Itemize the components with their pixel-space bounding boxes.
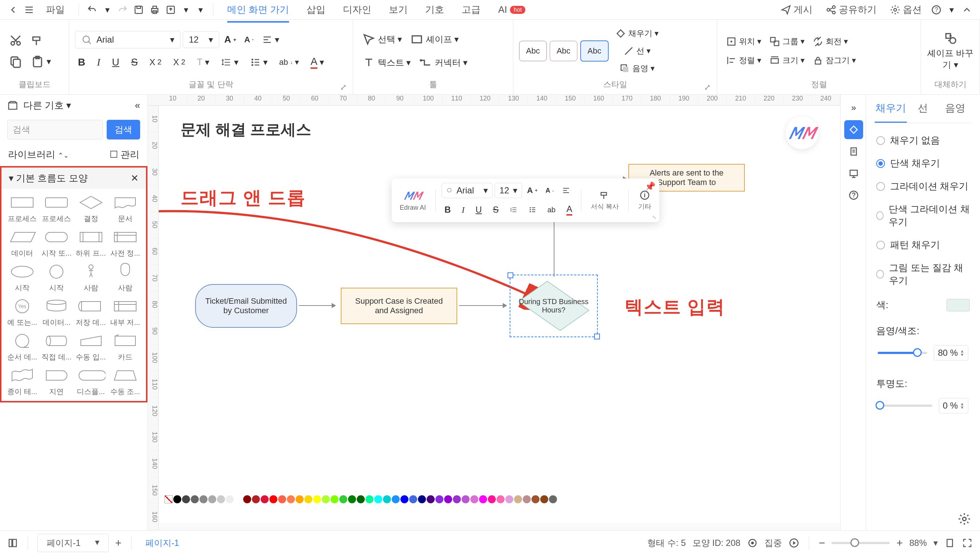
undo-button[interactable] — [86, 4, 98, 16]
palette-swatch[interactable] — [261, 495, 269, 503]
search-button[interactable]: 검색 — [107, 120, 140, 140]
float-increase-font[interactable]: A+ — [524, 184, 541, 197]
fill-option-radio[interactable]: 채우기 없음 — [875, 129, 971, 152]
font-family-select[interactable]: Arial▾ — [75, 31, 181, 48]
settings-icon[interactable] — [958, 512, 971, 526]
shape-item[interactable]: 내부 저... — [110, 297, 140, 327]
focus-label[interactable]: 집중 — [764, 537, 782, 549]
shape-category-header[interactable]: ▾ 기본 흐름도 모양 ✕ — [0, 166, 147, 189]
position-button[interactable]: 위치▾ — [723, 34, 764, 49]
fullscreen-icon[interactable] — [962, 537, 973, 549]
style-swatch-2[interactable]: Abc — [550, 41, 577, 61]
share-button[interactable]: 공유하기 — [821, 1, 881, 18]
right-tab-line[interactable]: 선 — [907, 95, 939, 123]
cut-button[interactable] — [6, 31, 26, 50]
italic-button[interactable]: I — [94, 54, 103, 70]
underline-button[interactable]: U — [109, 54, 122, 70]
palette-swatch[interactable] — [313, 495, 321, 503]
shape-item[interactable]: 프로세스 — [42, 193, 71, 224]
flow-node-terminator[interactable]: Ticket/Email Submitted by Customer — [195, 284, 297, 328]
paste-button[interactable]: ▾ — [28, 53, 54, 71]
fill-option-radio[interactable]: 그림 또는 질감 채우기 — [875, 257, 971, 292]
shape-item[interactable]: 시작 — [42, 263, 71, 293]
expand-right-panel[interactable]: » — [844, 98, 863, 117]
presentation-tab-icon[interactable] — [844, 164, 863, 183]
float-italic[interactable]: I — [459, 203, 468, 217]
shadow-tint-slider[interactable] — [878, 352, 927, 354]
menu-icon[interactable] — [23, 4, 35, 16]
publish-button[interactable]: 게시 — [776, 1, 817, 18]
redo-button[interactable] — [117, 4, 128, 16]
increase-font-button[interactable]: A+ — [221, 32, 239, 47]
fill-color-swatch[interactable] — [946, 299, 970, 311]
help-dropdown[interactable]: ▾ — [946, 5, 957, 15]
float-font-select[interactable]: Arial▾ — [442, 183, 493, 198]
tab-symbol[interactable]: 기호 — [419, 1, 451, 18]
shape-item[interactable]: 디스플... — [76, 366, 106, 396]
shadow-button[interactable]: 음영▾ — [612, 61, 661, 76]
no-fill-swatch[interactable] — [165, 495, 173, 503]
shape-item[interactable]: 카드 — [110, 332, 140, 362]
float-font-color[interactable]: A — [564, 202, 575, 218]
palette-swatch[interactable] — [496, 495, 504, 503]
float-underline[interactable]: U — [472, 202, 485, 217]
page-tab-active[interactable]: 페이지-1 — [141, 537, 184, 549]
superscript-button[interactable]: X2 — [146, 55, 164, 69]
palette-swatch[interactable] — [488, 495, 496, 503]
connector-tool[interactable]: 커넥터▾ — [416, 53, 470, 72]
text-orientation-button[interactable]: ab↓▾ — [276, 55, 302, 69]
ai-logo-badge[interactable]: 𝘔𝘔 — [786, 117, 818, 149]
decrease-font-button[interactable]: A- — [241, 33, 257, 47]
export-dropdown[interactable]: ▾ — [181, 5, 191, 15]
palette-swatch[interactable] — [182, 495, 190, 503]
style-swatch-1[interactable]: Abc — [519, 41, 547, 61]
palette-swatch[interactable] — [365, 495, 373, 503]
zoom-in[interactable]: + — [896, 537, 903, 549]
float-align-menu[interactable] — [559, 184, 573, 197]
float-format-copy[interactable]: 서식 복사 — [587, 190, 623, 211]
palette-swatch[interactable] — [427, 495, 435, 503]
shadow-tint-spinner[interactable]: 80 %▲▼ — [934, 345, 968, 361]
palette-swatch[interactable] — [339, 495, 347, 503]
other-symbols-dropdown[interactable]: 다른 기호 ▾ — [23, 99, 130, 112]
font-size-select[interactable]: 12▾ — [183, 31, 219, 48]
palette-swatch[interactable] — [392, 495, 400, 503]
more-quickaccess[interactable]: ▾ — [195, 5, 206, 15]
zoom-slider[interactable] — [831, 542, 890, 544]
palette-swatch[interactable] — [523, 495, 531, 503]
export-button[interactable] — [165, 4, 176, 16]
palette-swatch[interactable] — [304, 495, 312, 503]
float-size-select[interactable]: 12▾ — [495, 183, 522, 198]
palette-swatch[interactable] — [540, 495, 548, 503]
page-tab-icon[interactable] — [844, 142, 863, 161]
palette-swatch[interactable] — [549, 495, 557, 503]
shape-item[interactable]: 문서 — [110, 193, 140, 224]
shape-item[interactable]: Yes예 또는... — [7, 297, 37, 327]
shape-item[interactable]: 사람 — [76, 263, 106, 293]
manage-button[interactable]: ☐ 관리 — [110, 148, 139, 161]
fill-option-radio[interactable]: 단색 그라데이션 채우기 — [875, 198, 971, 233]
group-button[interactable]: 그룹▾ — [766, 34, 807, 49]
palette-swatch[interactable] — [243, 495, 251, 503]
shape-item[interactable]: 프로세스 — [7, 193, 37, 224]
play-icon[interactable] — [788, 537, 799, 549]
shape-item[interactable]: 결정 — [76, 193, 106, 224]
palette-swatch[interactable] — [331, 495, 339, 503]
page-selector[interactable]: 페이지-1▾ — [37, 534, 109, 552]
style-dialog-launcher[interactable]: ⤢ — [704, 83, 711, 90]
shape-tool[interactable]: 셰이프▾ — [407, 30, 461, 48]
shape-item[interactable]: 순서 데... — [7, 332, 37, 362]
right-tab-fill[interactable]: 채우기 — [875, 95, 907, 123]
shape-item[interactable]: 저장 데... — [76, 297, 106, 327]
shape-item[interactable]: 수동 조... — [110, 366, 140, 396]
right-tab-shadow[interactable]: 음영 — [939, 95, 971, 123]
shape-item[interactable]: 종이 테... — [7, 366, 37, 396]
fill-option-radio[interactable]: 그라데이션 채우기 — [875, 175, 971, 198]
palette-swatch[interactable] — [470, 495, 478, 503]
palette-swatch[interactable] — [532, 495, 540, 503]
shape-item[interactable]: 시작 또... — [42, 228, 71, 258]
text-effects-button[interactable]: T▾ — [194, 54, 212, 70]
flow-node-decision[interactable]: During STD Business Hours? — [512, 277, 596, 335]
fill-option-radio[interactable]: 패턴 채우기 — [875, 233, 971, 257]
palette-swatch[interactable] — [444, 495, 452, 503]
